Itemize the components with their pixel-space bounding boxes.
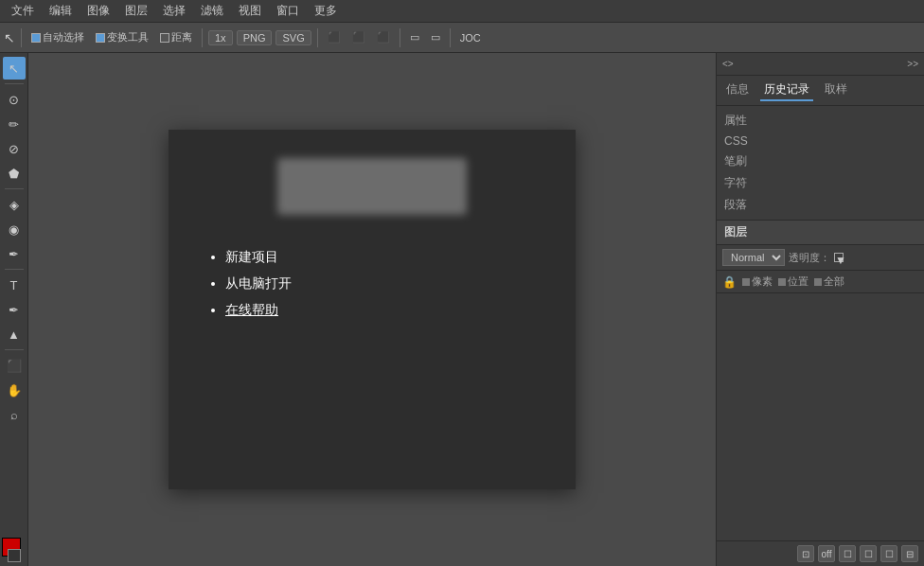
blurred-logo-area — [277, 158, 467, 215]
online-help-item[interactable]: 在线帮助 — [225, 296, 292, 323]
property-character[interactable]: 字符 — [724, 172, 916, 194]
brush-tool[interactable]: ✏ — [3, 113, 26, 135]
tool-sep-2 — [5, 188, 24, 189]
property-attributes[interactable]: 属性 — [724, 110, 916, 132]
path-tool[interactable]: ▲ — [3, 323, 26, 345]
opacity-toggle[interactable]: ▼ — [834, 253, 844, 262]
menu-image[interactable]: 图像 — [80, 1, 117, 21]
toolbar-sep-2 — [202, 28, 203, 47]
menu-more[interactable]: 更多 — [307, 1, 345, 21]
panel-tabs: 信息 历史记录 取样 — [717, 76, 924, 106]
color-tools — [2, 538, 27, 562]
toolbar-sep-4 — [400, 28, 400, 47]
zoom-button[interactable]: 1x — [208, 30, 233, 45]
auto-select-checkbox[interactable] — [31, 33, 41, 43]
tab-history[interactable]: 历史记录 — [760, 80, 813, 101]
layer-btn-3[interactable]: ☐ — [839, 545, 856, 562]
main-layout: ↖ ⊙ ✏ ⊘ ⬟ ◈ ◉ ✒ T ✒ ▲ ⬛ ✋ ⌕ 新建项目 从电脑打开 — [0, 53, 924, 566]
tool-sep-3 — [5, 269, 24, 270]
toolbar-sep-5 — [450, 28, 451, 47]
position-dot — [778, 278, 786, 286]
filter-pixel-label: 像素 — [752, 274, 773, 289]
layer-list-area — [717, 293, 924, 540]
align-right[interactable]: ⬛ — [373, 29, 394, 45]
open-from-computer-item[interactable]: 从电脑打开 — [225, 270, 292, 296]
layers-bottom: ⊡ off ☐ ☐ ☐ ⊟ — [717, 540, 924, 566]
eraser-tool[interactable]: ⊘ — [3, 137, 26, 160]
tool-sep-4 — [5, 349, 24, 350]
layer-btn-6[interactable]: ⊟ — [901, 545, 918, 562]
menu-filter[interactable]: 滤镜 — [193, 1, 231, 21]
layer-btn-4[interactable]: ☐ — [860, 545, 877, 562]
menu-file[interactable]: 文件 — [4, 1, 42, 21]
properties-list: 属性 CSS 笔刷 字符 段落 — [717, 106, 924, 221]
layers-filter-row: 🔒 像素 位置 全部 — [717, 271, 924, 293]
property-brush[interactable]: 笔刷 — [724, 150, 916, 172]
filter-position[interactable]: 位置 — [778, 274, 808, 289]
layers-panel: 图层 Normal 透明度： ▼ 🔒 像素 位置 — [717, 221, 924, 566]
extra-item[interactable]: JOC — [456, 30, 485, 45]
foreground-background-colors[interactable] — [2, 538, 27, 562]
all-dot — [814, 278, 822, 286]
left-toolbar: ↖ ⊙ ✏ ⊘ ⬟ ◈ ◉ ✒ T ✒ ▲ ⬛ ✋ ⌕ — [0, 53, 28, 566]
collapse-right-btn[interactable]: >> — [907, 59, 918, 69]
shape-tool[interactable]: ⬟ — [3, 162, 26, 185]
auto-select-item[interactable]: 自动选择 — [27, 28, 88, 46]
transform-checkbox[interactable] — [96, 33, 105, 43]
transform-tool-label: 变换工具 — [107, 30, 149, 44]
lasso-tool[interactable]: ⊙ — [3, 88, 26, 111]
hand-tool[interactable]: ✋ — [3, 379, 26, 401]
filter-pixel[interactable]: 像素 — [742, 274, 773, 289]
background-color[interactable] — [8, 549, 21, 562]
welcome-menu: 新建项目 从电脑打开 在线帮助 — [206, 243, 292, 323]
eyedropper-tool[interactable]: ✒ — [3, 242, 26, 265]
layer-btn-1[interactable]: ⊡ — [797, 545, 814, 562]
text-tool[interactable]: T — [3, 274, 26, 296]
gradient-tool[interactable]: ◉ — [3, 218, 26, 240]
tab-sample[interactable]: 取样 — [821, 80, 851, 101]
menu-layer[interactable]: 图层 — [117, 1, 155, 21]
fill-tool[interactable]: ◈ — [3, 193, 26, 216]
rect-tool[interactable]: ⬛ — [3, 354, 26, 377]
toolbar-sep-3 — [317, 28, 318, 47]
filter-all[interactable]: 全部 — [814, 274, 844, 289]
layers-controls: Normal 透明度： ▼ — [717, 245, 924, 271]
format-png-button[interactable]: PNG — [237, 30, 273, 45]
layer-btn-2[interactable]: off — [818, 545, 835, 562]
canvas-area[interactable]: 新建项目 从电脑打开 在线帮助 — [28, 53, 716, 566]
property-css[interactable]: CSS — [724, 132, 916, 150]
format-svg-button[interactable]: SVG — [275, 30, 311, 45]
menu-select[interactable]: 选择 — [155, 1, 193, 21]
layers-title: 图层 — [717, 221, 924, 245]
menu-edit[interactable]: 编辑 — [42, 1, 80, 21]
toolbar-sep-1 — [21, 28, 22, 47]
menu-view[interactable]: 视图 — [231, 1, 269, 21]
selection-tool-icon[interactable]: ↖ — [4, 30, 15, 45]
distribute-v[interactable]: ▭ — [427, 29, 444, 45]
pixel-dot — [742, 278, 750, 286]
menu-window[interactable]: 窗口 — [269, 1, 307, 21]
toolbar: ↖ 自动选择 变换工具 距离 1x PNG SVG ⬛ ⬛ ⬛ ▭ ▭ JOC — [0, 23, 924, 53]
layer-btn-5[interactable]: ☐ — [880, 545, 897, 562]
layers-mode-select[interactable]: Normal — [722, 249, 785, 266]
lock-icon: 🔒 — [722, 275, 737, 289]
align-left[interactable]: ⬛ — [324, 29, 345, 45]
distance-checkbox[interactable] — [160, 33, 169, 43]
transform-tool-item[interactable]: 变换工具 — [92, 28, 152, 46]
distance-item[interactable]: 距离 — [156, 28, 196, 46]
right-panel-top: <> >> — [717, 53, 924, 76]
pen-tool[interactable]: ✒ — [3, 298, 26, 321]
filter-all-label: 全部 — [824, 274, 844, 289]
canvas-document: 新建项目 从电脑打开 在线帮助 — [169, 130, 576, 489]
collapse-left-btn[interactable]: <> — [722, 59, 734, 69]
property-paragraph[interactable]: 段落 — [724, 194, 916, 216]
zoom-tool[interactable]: ⌕ — [3, 403, 26, 426]
opacity-label: 透明度： — [789, 251, 830, 265]
select-tool[interactable]: ↖ — [3, 57, 26, 80]
distribute-h[interactable]: ▭ — [406, 29, 423, 45]
distance-label: 距离 — [171, 30, 192, 44]
tab-info[interactable]: 信息 — [722, 80, 753, 101]
tool-sep-1 — [5, 83, 24, 84]
new-project-item[interactable]: 新建项目 — [225, 243, 292, 270]
align-center[interactable]: ⬛ — [348, 29, 369, 45]
